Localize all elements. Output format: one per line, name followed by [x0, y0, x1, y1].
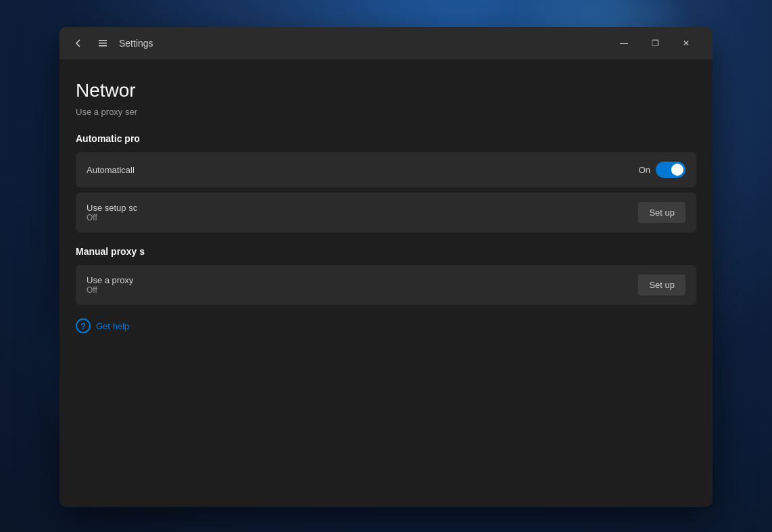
get-help-label: Get help [96, 321, 129, 331]
automatically-toggle-label: On [639, 165, 650, 175]
setup-script-value: Off [87, 213, 137, 222]
use-proxy-row: Use a proxy Off Set up [76, 265, 696, 305]
help-icon: ? [76, 318, 91, 333]
manual-section: Manual proxy s Use a proxy Off Set up [76, 246, 696, 305]
automatic-section-title: Automatic pro [76, 133, 696, 144]
window-controls: — ❐ ✕ [608, 32, 702, 54]
back-button[interactable] [70, 35, 87, 51]
use-proxy-value: Off [87, 285, 133, 295]
maximize-button[interactable]: ❐ [640, 32, 671, 54]
main-window: Settings — ❐ ✕ Networ Use a proxy ser Au… [59, 27, 713, 507]
automatically-toggle[interactable] [656, 162, 685, 178]
close-button[interactable]: ✕ [671, 32, 702, 54]
page-subtitle: Use a proxy ser [76, 107, 696, 117]
svg-rect-2 [99, 45, 107, 47]
menu-button[interactable] [95, 35, 111, 51]
setup-script-label: Use setup sc [87, 203, 137, 213]
page-title: Networ [76, 80, 696, 101]
use-proxy-button[interactable]: Set up [638, 274, 685, 295]
setup-script-row: Use setup sc Off Set up [76, 193, 696, 233]
automatically-row: Automaticall On [76, 152, 696, 187]
automatically-label: Automaticall [87, 165, 135, 175]
svg-rect-0 [99, 40, 107, 41]
window-title: Settings [119, 38, 600, 49]
minimize-button[interactable]: — [608, 32, 640, 54]
svg-rect-1 [99, 43, 107, 44]
get-help-row[interactable]: ? Get help [76, 318, 696, 333]
manual-section-title: Manual proxy s [76, 246, 696, 257]
title-bar: Settings — ❐ ✕ [59, 27, 713, 59]
use-proxy-content: Use a proxy Off [87, 275, 133, 295]
setup-script-content: Use setup sc Off [87, 203, 137, 222]
use-proxy-label: Use a proxy [87, 275, 133, 285]
setup-script-button[interactable]: Set up [638, 202, 685, 223]
automatically-content: Automaticall [87, 165, 135, 175]
content-area: Networ Use a proxy ser Automatic pro Aut… [59, 59, 713, 354]
